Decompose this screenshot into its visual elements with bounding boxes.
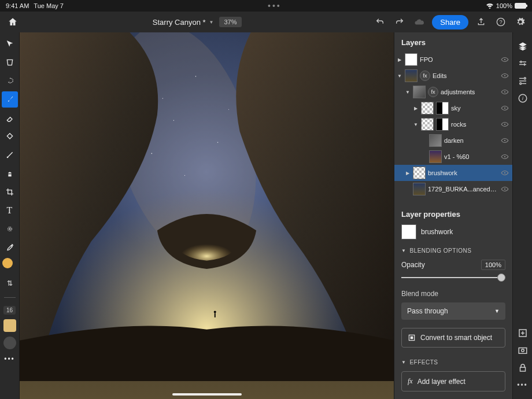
- layer-row[interactable]: 1729_BURKA...anced-NR33: [394, 181, 512, 197]
- chevron-down-icon: ▼: [401, 360, 406, 365]
- add-photo-button[interactable]: [517, 345, 529, 356]
- blending-options-label: BLENDING OPTIONS: [409, 247, 471, 254]
- adjustments-button[interactable]: [517, 58, 529, 69]
- swap-colors-tool[interactable]: ⇅: [2, 275, 18, 291]
- layer-row[interactable]: ▶FPO: [394, 51, 512, 68]
- add-layer-effect-label: Add layer effect: [418, 378, 466, 386]
- layer-row[interactable]: v1 - %60: [394, 149, 512, 165]
- layer-row[interactable]: ▼rocks: [394, 116, 512, 132]
- svg-point-20: [214, 311, 216, 313]
- zoom-level[interactable]: 37%: [219, 17, 241, 27]
- export-icon: [476, 17, 486, 27]
- fill-tool[interactable]: [2, 128, 18, 145]
- color-chip-2[interactable]: [3, 337, 16, 349]
- visibility-toggle[interactable]: [501, 105, 509, 111]
- lasso-tool[interactable]: [2, 73, 18, 89]
- disclosure-triangle[interactable]: ▶: [405, 171, 411, 176]
- canvas[interactable]: [20, 32, 394, 399]
- type-tool[interactable]: T: [2, 202, 18, 219]
- document-title[interactable]: Starry Canyon * ▼: [153, 18, 214, 27]
- status-right: 100%: [486, 2, 526, 9]
- chevron-down-icon: ▼: [209, 20, 214, 25]
- disclosure-triangle[interactable]: ▶: [413, 106, 419, 111]
- color-swatch-pair[interactable]: [2, 258, 17, 273]
- brush-size-badge[interactable]: 16: [3, 306, 16, 315]
- layer-name: sky: [451, 105, 498, 112]
- svg-point-4: [9, 228, 10, 230]
- spot-heal-tool[interactable]: [2, 221, 18, 237]
- layers-toggle-button[interactable]: [517, 40, 529, 52]
- layers-panel-title: Layers: [394, 32, 512, 51]
- comments-button[interactable]: i: [517, 93, 529, 104]
- visibility-toggle[interactable]: [501, 138, 509, 143]
- chevron-down-icon: ▼: [401, 248, 406, 253]
- layer-thumbnail: [413, 183, 426, 195]
- layer-properties-title: Layer properties: [394, 204, 512, 222]
- share-button[interactable]: Share: [432, 15, 468, 29]
- visibility-toggle[interactable]: [501, 186, 509, 192]
- crop-tool[interactable]: [2, 184, 18, 200]
- home-button[interactable]: [5, 14, 21, 30]
- visibility-toggle[interactable]: [501, 89, 509, 95]
- disclosure-triangle[interactable]: ▼: [405, 90, 411, 95]
- visibility-toggle[interactable]: [501, 73, 509, 79]
- transform-tool[interactable]: [2, 54, 18, 71]
- svg-point-27: [504, 140, 505, 141]
- svg-rect-38: [519, 348, 527, 354]
- blend-mode-label: Blend mode: [394, 284, 512, 300]
- svg-point-39: [521, 349, 524, 352]
- foreground-color-swatch[interactable]: [2, 258, 13, 268]
- visibility-toggle[interactable]: [501, 57, 509, 62]
- disclosure-triangle[interactable]: ▼: [397, 73, 402, 79]
- opacity-value[interactable]: 100%: [481, 260, 505, 270]
- export-button[interactable]: [474, 15, 488, 29]
- layer-name: rocks: [451, 121, 498, 128]
- convert-smart-object-button[interactable]: Convert to smart object: [401, 328, 505, 348]
- toolbar-divider: [4, 297, 16, 298]
- disclosure-triangle[interactable]: ▼: [413, 122, 419, 127]
- undo-button[interactable]: [373, 15, 387, 29]
- visibility-toggle[interactable]: [501, 121, 509, 127]
- convert-smart-object-label: Convert to smart object: [420, 334, 492, 342]
- layer-row[interactable]: ▼fxEdits: [394, 68, 512, 84]
- add-layer-button[interactable]: [517, 327, 529, 339]
- visibility-toggle[interactable]: [501, 170, 509, 176]
- lock-button[interactable]: [517, 362, 529, 374]
- clone-stamp-tool[interactable]: [2, 165, 18, 182]
- selected-layer-row: brushwork: [394, 222, 512, 242]
- layer-name: darken: [444, 137, 498, 144]
- top-nav: Starry Canyon * ▼ 37% Share ?: [0, 12, 532, 32]
- add-layer-effect-button[interactable]: fx Add layer effect: [401, 371, 505, 391]
- svg-point-13: [228, 109, 229, 110]
- blend-mode-dropdown[interactable]: Pass through ▼: [401, 302, 505, 320]
- blending-options-header[interactable]: ▼ BLENDING OPTIONS: [394, 242, 512, 257]
- effects-header[interactable]: ▼ EFFECTS: [394, 353, 512, 369]
- redo-button[interactable]: [393, 15, 407, 29]
- eraser-tool[interactable]: [2, 110, 18, 126]
- gear-icon: [516, 17, 525, 27]
- layer-row[interactable]: ▶sky: [394, 100, 512, 116]
- svg-text:?: ?: [499, 19, 502, 25]
- move-tool[interactable]: [2, 36, 18, 52]
- eyedropper-tool[interactable]: [2, 239, 18, 256]
- disclosure-triangle[interactable]: ▶: [397, 57, 402, 62]
- opacity-slider[interactable]: [401, 274, 505, 282]
- help-button[interactable]: ?: [494, 15, 508, 29]
- cloud-sync-button[interactable]: [412, 15, 426, 29]
- multitasking-dots[interactable]: •••: [64, 1, 486, 10]
- more-button[interactable]: •••: [517, 379, 529, 391]
- more-tools-button[interactable]: •••: [4, 355, 15, 363]
- settings-button[interactable]: [513, 15, 527, 29]
- gradient-tool[interactable]: [2, 147, 18, 163]
- filters-button[interactable]: [517, 75, 529, 87]
- layer-row[interactable]: ▶brushwork: [394, 165, 512, 181]
- brush-tool[interactable]: [2, 91, 18, 108]
- svg-point-19: [173, 120, 174, 121]
- color-chip-1[interactable]: [3, 319, 16, 332]
- visibility-toggle[interactable]: [501, 154, 509, 160]
- home-indicator[interactable]: [172, 393, 242, 396]
- slider-thumb[interactable]: [497, 274, 505, 282]
- blend-mode-value: Pass through: [407, 307, 448, 315]
- layer-row[interactable]: ▼fxadjustments: [394, 84, 512, 100]
- layer-row[interactable]: darken: [394, 132, 512, 149]
